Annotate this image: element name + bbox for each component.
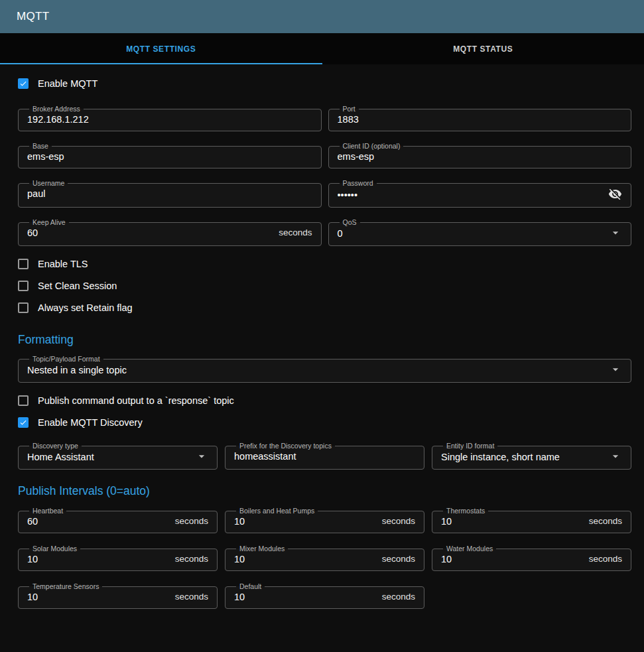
chevron-down-icon: [609, 363, 622, 376]
chevron-down-icon: [609, 226, 622, 239]
enable-discovery-label: Enable MQTT Discovery: [38, 417, 143, 428]
broker-address-field[interactable]: Broker Address: [18, 105, 322, 131]
keep-alive-input[interactable]: [27, 226, 273, 238]
temperature-sensors-label: Temperature Sensors: [29, 583, 102, 590]
tab-mqtt-status[interactable]: MQTT STATUS: [322, 33, 644, 64]
discovery-prefix-field[interactable]: Prefix for the Discovery topics: [225, 442, 424, 470]
chevron-down-icon: [609, 450, 622, 463]
publish-response-row[interactable]: Publish command output to a `response` t…: [18, 389, 631, 411]
solar-label: Solar Modules: [29, 545, 80, 553]
boilers-input[interactable]: [234, 515, 377, 527]
enable-mqtt-label: Enable MQTT: [38, 78, 97, 89]
enable-discovery-checkbox[interactable]: [18, 417, 29, 428]
thermostats-input[interactable]: [441, 515, 584, 527]
intervals-row-3: Temperature Sensors seconds Default seco…: [18, 583, 631, 609]
thermostats-interval-field[interactable]: Thermostats seconds: [432, 507, 631, 533]
intervals-row-1: Heartbeat seconds Boilers and Heat Pumps…: [18, 507, 631, 533]
discovery-settings-row: Discovery type Home Assistant Prefix for…: [18, 442, 631, 470]
enable-mqtt-row[interactable]: Enable MQTT: [18, 72, 631, 94]
solar-unit: seconds: [175, 554, 208, 564]
check-icon: [19, 79, 27, 88]
heartbeat-unit: seconds: [175, 516, 208, 526]
toggle-password-visibility-button[interactable]: [608, 187, 622, 201]
topic-format-select-field[interactable]: Topic/Payload Format Nested in a single …: [18, 356, 631, 383]
enable-discovery-row[interactable]: Enable MQTT Discovery: [18, 411, 631, 433]
temperature-sensors-interval-field[interactable]: Temperature Sensors seconds: [18, 583, 218, 609]
thermostats-unit: seconds: [589, 516, 622, 526]
chevron-down-icon: [195, 450, 208, 463]
password-field[interactable]: Password: [328, 180, 632, 208]
enable-tls-checkbox[interactable]: [18, 259, 29, 269]
mixer-interval-field[interactable]: Mixer Modules seconds: [225, 545, 424, 571]
formatting-heading: Formatting: [18, 333, 631, 347]
temperature-sensors-input[interactable]: [27, 590, 170, 602]
port-label: Port: [340, 105, 359, 113]
password-input[interactable]: [338, 188, 604, 200]
enable-tls-row[interactable]: Enable TLS: [18, 253, 631, 275]
retain-flag-row[interactable]: Always set Retain flag: [18, 296, 631, 318]
publish-response-checkbox[interactable]: [18, 395, 29, 406]
heartbeat-interval-field[interactable]: Heartbeat seconds: [18, 507, 218, 533]
base-clientid-row: Base Client ID (optional): [18, 143, 631, 168]
mixer-label: Mixer Modules: [236, 545, 288, 553]
publish-response-label: Publish command output to a `response` t…: [38, 395, 234, 406]
password-label: Password: [340, 180, 377, 187]
clean-session-row[interactable]: Set Clean Session: [18, 275, 631, 296]
water-input[interactable]: [441, 553, 584, 564]
client-id-input[interactable]: [338, 150, 623, 162]
client-id-field[interactable]: Client ID (optional): [328, 143, 632, 168]
discovery-type-select-field[interactable]: Discovery type Home Assistant: [18, 442, 218, 470]
flags-group: Enable TLS Set Clean Session Always set …: [18, 253, 631, 318]
discovery-type-label: Discovery type: [29, 442, 82, 450]
tab-mqtt-status-label: MQTT STATUS: [453, 44, 513, 54]
discovery-prefix-input[interactable]: [234, 450, 415, 462]
solar-interval-field[interactable]: Solar Modules seconds: [18, 545, 218, 571]
heartbeat-input[interactable]: [27, 515, 170, 527]
port-input[interactable]: [338, 113, 623, 125]
boilers-unit: seconds: [382, 516, 415, 526]
discovery-flags-group: Publish command output to a `response` t…: [18, 389, 631, 433]
publish-intervals-heading: Publish Intervals (0=auto): [18, 484, 631, 498]
water-interval-field[interactable]: Water Modules seconds: [432, 545, 631, 571]
username-label: Username: [29, 180, 68, 187]
keepalive-qos-row: Keep Alive seconds QoS 0: [18, 219, 631, 246]
boilers-interval-field[interactable]: Boilers and Heat Pumps seconds: [225, 507, 424, 533]
water-label: Water Modules: [443, 545, 496, 553]
username-input[interactable]: [27, 187, 312, 199]
appbar: MQTT: [0, 0, 644, 33]
base-label: Base: [29, 143, 52, 150]
credentials-row: Username Password: [18, 180, 631, 208]
keep-alive-field[interactable]: Keep Alive seconds: [18, 219, 322, 246]
default-unit: seconds: [382, 592, 415, 602]
base-input[interactable]: [27, 150, 312, 162]
broker-port-row: Broker Address Port: [18, 105, 631, 131]
broker-address-input[interactable]: [27, 113, 312, 125]
default-input[interactable]: [234, 590, 377, 602]
base-field[interactable]: Base: [18, 143, 322, 168]
default-label: Default: [236, 583, 265, 590]
username-field[interactable]: Username: [18, 180, 322, 208]
mixer-input[interactable]: [234, 553, 377, 564]
topic-format-row: Topic/Payload Format Nested in a single …: [18, 356, 631, 383]
qos-select-field[interactable]: QoS 0: [328, 219, 632, 246]
visibility-off-icon: [608, 187, 622, 201]
topic-format-label: Topic/Payload Format: [29, 356, 103, 363]
port-field[interactable]: Port: [328, 105, 632, 131]
empty-cell: [432, 583, 631, 609]
default-interval-field[interactable]: Default seconds: [225, 583, 424, 609]
tab-mqtt-settings[interactable]: MQTT SETTINGS: [0, 33, 322, 64]
enable-mqtt-checkbox[interactable]: [18, 78, 29, 89]
solar-input[interactable]: [27, 553, 170, 564]
retain-flag-label: Always set Retain flag: [38, 302, 133, 313]
enable-tls-label: Enable TLS: [38, 259, 88, 269]
keep-alive-unit: seconds: [279, 228, 312, 237]
entity-format-selected-value: Single instance, short name: [441, 450, 604, 462]
retain-flag-checkbox[interactable]: [18, 302, 29, 313]
active-tab-indicator: [0, 63, 322, 64]
mqtt-settings-form: Enable MQTT Broker Address Port Base Cli…: [0, 64, 644, 625]
discovery-prefix-label: Prefix for the Discovery topics: [236, 442, 335, 450]
entity-format-label: Entity ID format: [443, 442, 497, 450]
broker-address-label: Broker Address: [29, 105, 84, 113]
clean-session-checkbox[interactable]: [18, 281, 29, 291]
entity-format-select-field[interactable]: Entity ID format Single instance, short …: [432, 442, 631, 470]
